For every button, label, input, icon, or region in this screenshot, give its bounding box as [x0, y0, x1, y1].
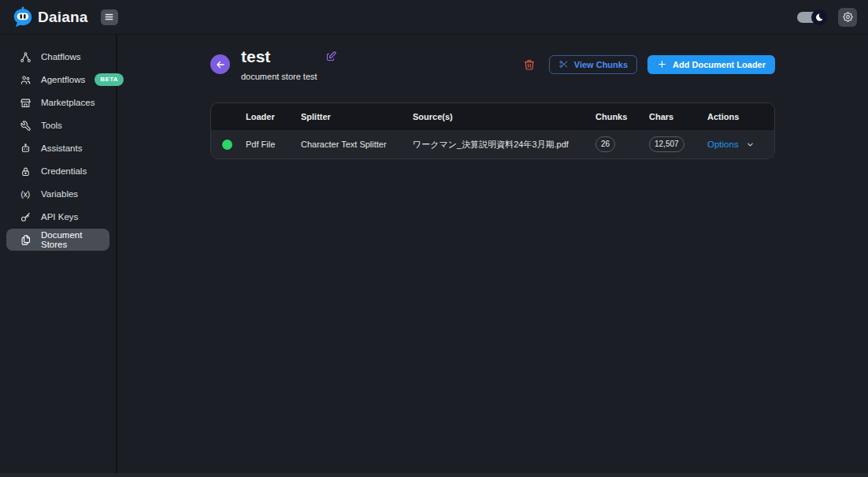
key-icon	[19, 211, 32, 223]
dark-mode-toggle[interactable]	[797, 9, 827, 26]
column-loader: Loader	[238, 112, 293, 121]
lock-icon	[19, 166, 32, 177]
sidebar-item-marketplaces[interactable]: Marketplaces	[6, 91, 109, 114]
sidebar-item-api-keys[interactable]: API Keys	[6, 206, 109, 228]
row-status-cell	[211, 140, 238, 150]
hamburger-icon	[104, 12, 114, 22]
agents-icon	[19, 74, 32, 86]
brand: Daiana	[11, 6, 88, 29]
robot-icon	[19, 143, 32, 155]
column-splitter: Splitter	[293, 112, 405, 121]
sidebar-item-document-stores[interactable]: Document Stores	[6, 229, 109, 251]
status-dot-icon	[222, 140, 232, 150]
gear-icon	[842, 11, 854, 23]
sidebar-item-label: Tools	[41, 121, 62, 130]
edit-pencil-icon	[325, 50, 337, 62]
table-header-row: Loader Splitter Source(s) Chunks Chars A…	[211, 103, 774, 130]
row-sources-cell: ワークマン_決算説明資料24年3月期.pdf	[405, 139, 588, 151]
sidebar-item-credentials[interactable]: Credentials	[6, 160, 109, 182]
row-loader-cell: Pdf File	[238, 140, 293, 149]
horizontal-scrollbar[interactable]	[0, 473, 868, 477]
edit-title-button[interactable]	[324, 49, 339, 64]
view-chunks-button[interactable]: View Chunks	[549, 55, 637, 74]
row-splitter-cell: Character Text Splitter	[293, 140, 405, 149]
column-chars: Chars	[641, 112, 699, 121]
back-button[interactable]	[210, 54, 230, 74]
row-actions-cell: Options	[699, 140, 774, 149]
app-logo-icon	[11, 6, 35, 29]
header-actions: View Chunks Add Document Loader	[521, 55, 775, 74]
scissors-icon	[558, 59, 569, 69]
sidebar-item-label: Document Stores	[41, 230, 102, 249]
sidebar-item-label: Marketplaces	[41, 98, 95, 107]
main-area: test document store test	[117, 35, 868, 473]
sidebar-item-label: API Keys	[41, 212, 78, 222]
page-header: test document store test	[210, 47, 775, 81]
sidebar-item-label: Chatflows	[41, 52, 81, 61]
hamburger-menu-button[interactable]	[101, 9, 118, 25]
sidebar-item-label: Credentials	[41, 166, 87, 176]
sidebar-item-label: Variables	[41, 189, 78, 199]
column-chunks: Chunks	[588, 112, 641, 121]
delete-store-button[interactable]	[521, 57, 537, 73]
documents-icon	[19, 234, 32, 246]
wrench-icon	[19, 120, 32, 132]
page-subtitle: document store test	[241, 72, 339, 81]
row-chunks-cell: 26	[588, 136, 641, 152]
column-actions: Actions	[699, 112, 774, 121]
flow-icon	[19, 51, 32, 63]
page-title: test	[241, 47, 270, 65]
sidebar-item-label: Assistants	[41, 143, 82, 153]
plus-icon	[657, 59, 667, 69]
moon-icon	[811, 9, 827, 25]
storefront-icon	[19, 97, 32, 109]
sidebar-item-variables[interactable]: (x) Variables	[6, 183, 109, 205]
add-document-loader-button[interactable]: Add Document Loader	[647, 55, 775, 74]
sidebar-item-assistants[interactable]: Assistants	[6, 137, 109, 159]
add-document-loader-label: Add Document Loader	[673, 60, 766, 69]
settings-button[interactable]	[838, 8, 857, 27]
top-bar: Daiana	[0, 0, 868, 35]
table-row: Pdf File Character Text Splitter ワークマン_決…	[211, 130, 774, 158]
app-title: Daiana	[38, 9, 88, 26]
options-dropdown-button[interactable]: Options	[707, 140, 755, 149]
sidebar-item-tools[interactable]: Tools	[6, 114, 109, 136]
arrow-left-icon	[215, 59, 226, 70]
options-label: Options	[707, 140, 739, 149]
chevron-down-icon	[746, 140, 755, 149]
chars-count-chip: 12,507	[649, 136, 684, 152]
sidebar-item-chatflows[interactable]: Chatflows	[6, 46, 109, 68]
column-sources: Source(s)	[405, 112, 588, 121]
view-chunks-label: View Chunks	[574, 60, 628, 69]
variables-icon: (x)	[19, 189, 32, 199]
loaders-table: Loader Splitter Source(s) Chunks Chars A…	[210, 102, 775, 159]
sidebar-item-agentflows[interactable]: Agentflows BETA	[6, 69, 109, 91]
trash-icon	[523, 58, 536, 71]
row-chars-cell: 12,507	[641, 136, 699, 152]
chunks-count-chip: 26	[595, 136, 615, 152]
sidebar: Chatflows Agentflows BETA Marketplaces	[0, 35, 117, 473]
sidebar-item-label: Agentflows	[41, 75, 85, 84]
